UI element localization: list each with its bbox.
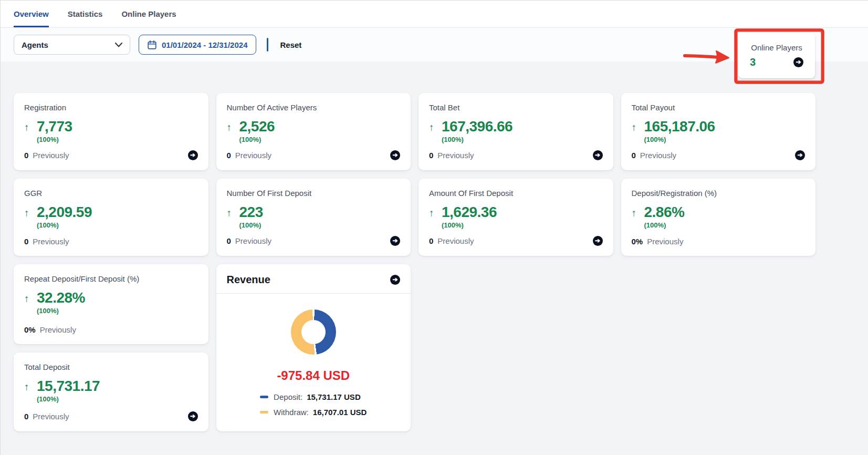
previous-label: Previously bbox=[33, 237, 69, 246]
card-title: Deposit/Registration (%) bbox=[632, 189, 806, 198]
card-value: 32.28% bbox=[37, 290, 85, 306]
up-arrow-icon: ↑ bbox=[632, 121, 644, 135]
up-arrow-icon: ↑ bbox=[429, 121, 442, 135]
previous-label: Previously bbox=[33, 151, 69, 160]
revenue-card: Revenue ➔ -975.84 USD Deposit: 15,731.17… bbox=[216, 264, 411, 431]
card-value: 223 bbox=[239, 204, 263, 220]
card-title: Amount Of First Deposit bbox=[429, 189, 603, 198]
legend-label: Deposit: bbox=[274, 392, 302, 401]
card-title: Number Of Active Players bbox=[227, 103, 401, 112]
tab-overview[interactable]: Overview bbox=[14, 1, 49, 27]
card-percent: (100%) bbox=[37, 136, 72, 143]
card-title: Repeat Deposit/First Deposit (%) bbox=[24, 274, 198, 283]
previous-value: 0 bbox=[429, 151, 433, 160]
revenue-legend: Deposit: 15,731.17 USD Withdraw: 16,707.… bbox=[260, 392, 367, 417]
card-percent: (100%) bbox=[644, 136, 715, 143]
up-arrow-icon: ↑ bbox=[429, 206, 442, 220]
card-title: Total Deposit bbox=[24, 363, 198, 371]
tab-bar: Overview Statistics Online Players bbox=[1, 1, 868, 28]
stat-card-total-bet: Total Bet ↑ 167,396.66 (100%) 0 Previous… bbox=[419, 93, 613, 170]
up-arrow-icon: ↑ bbox=[24, 380, 37, 394]
card-percent: (100%) bbox=[239, 221, 263, 229]
previous-label: Previously bbox=[235, 236, 271, 245]
stat-card-active-players: Number Of Active Players ↑ 2,526 (100%) … bbox=[216, 93, 411, 170]
stat-card-total-deposit: Total Deposit ↑ 15,731.17 (100%) 0 Previ… bbox=[14, 353, 208, 431]
previous-label: Previously bbox=[437, 151, 474, 160]
card-value: 7,773 bbox=[37, 119, 72, 135]
reset-button[interactable]: Reset bbox=[280, 40, 301, 49]
date-range-picker[interactable]: 01/01/2024 - 12/31/2024 bbox=[139, 35, 256, 55]
deposit-legend-marker bbox=[260, 396, 268, 398]
up-arrow-icon: ↑ bbox=[227, 206, 239, 220]
arrow-circle-icon[interactable]: ➔ bbox=[390, 275, 400, 285]
tab-online-players[interactable]: Online Players bbox=[121, 1, 176, 27]
stat-card-repeat-deposit: Repeat Deposit/First Deposit (%) ↑ 32.28… bbox=[14, 264, 208, 344]
previous-label: Previously bbox=[235, 151, 271, 160]
up-arrow-icon: ↑ bbox=[24, 121, 37, 135]
online-players-label: Online Players bbox=[748, 43, 806, 52]
card-percent: (100%) bbox=[37, 307, 85, 315]
stat-card-registration: Registration ↑ 7,773 (100%) 0 Previously… bbox=[14, 93, 208, 170]
previous-label: Previously bbox=[33, 412, 69, 421]
card-value: 1,629.36 bbox=[442, 204, 497, 220]
previous-label: Previously bbox=[647, 237, 683, 246]
up-arrow-icon: ↑ bbox=[632, 206, 644, 220]
stat-card-deposit-registration: Deposit/Registration (%) ↑ 2.86% (100%) … bbox=[621, 179, 816, 256]
legend-item-withdraw: Withdraw: 16,707.01 USD bbox=[260, 408, 367, 417]
arrow-circle-icon[interactable]: ➔ bbox=[793, 57, 803, 67]
legend-item-deposit: Deposit: 15,731.17 USD bbox=[260, 392, 367, 401]
arrow-circle-icon[interactable]: ➔ bbox=[593, 236, 603, 246]
previous-value: 0 bbox=[24, 151, 28, 160]
withdraw-legend-marker bbox=[260, 411, 268, 413]
dashboard-page: Overview Statistics Online Players Agent… bbox=[0, 0, 868, 455]
card-percent: (100%) bbox=[644, 221, 685, 229]
previous-value: 0 bbox=[632, 151, 636, 160]
arrow-circle-icon[interactable]: ➔ bbox=[593, 150, 603, 160]
agents-dropdown-label: Agents bbox=[22, 40, 48, 49]
legend-value: 16,707.01 USD bbox=[313, 408, 367, 417]
arrow-circle-icon[interactable]: ➔ bbox=[390, 150, 400, 160]
card-percent: (100%) bbox=[37, 221, 92, 229]
stat-card-total-payout: Total Payout ↑ 165,187.06 (100%) 0 Previ… bbox=[621, 93, 816, 170]
previous-value: 0 bbox=[227, 151, 231, 160]
previous-value: 0 bbox=[227, 236, 231, 245]
stat-card-first-deposit-count: Number Of First Deposit ↑ 223 (100%) 0 P… bbox=[216, 179, 411, 256]
card-title: Total Bet bbox=[429, 103, 603, 112]
revenue-donut-chart bbox=[291, 309, 336, 355]
arrow-circle-icon[interactable]: ➔ bbox=[795, 150, 805, 160]
stat-card-first-deposit-amount: Amount Of First Deposit ↑ 1,629.36 (100%… bbox=[419, 179, 613, 256]
previous-label: Previously bbox=[640, 151, 676, 160]
agents-dropdown[interactable]: Agents bbox=[14, 35, 130, 55]
online-players-value: 3 bbox=[750, 56, 756, 68]
card-percent: (100%) bbox=[239, 136, 275, 143]
previous-value: 0 bbox=[24, 412, 28, 421]
stat-card-ggr: GGR ↑ 2,209.59 (100%) 0 Previously bbox=[14, 179, 208, 256]
legend-label: Withdraw: bbox=[274, 408, 309, 417]
up-arrow-icon: ↑ bbox=[24, 206, 37, 220]
up-arrow-icon: ↑ bbox=[227, 121, 239, 135]
calendar-icon bbox=[148, 40, 156, 49]
previous-value: 0 bbox=[24, 237, 28, 246]
card-title: Total Payout bbox=[632, 103, 806, 112]
card-value: 2,209.59 bbox=[37, 204, 92, 220]
online-players-card: Online Players 3 ➔ bbox=[738, 33, 815, 78]
previous-label: Previously bbox=[40, 325, 76, 334]
card-value: 15,731.17 bbox=[37, 378, 100, 394]
previous-label: Previously bbox=[437, 236, 474, 245]
revenue-net-value: -975.84 USD bbox=[277, 368, 350, 383]
card-percent: (100%) bbox=[37, 395, 100, 403]
legend-value: 15,731.17 USD bbox=[307, 392, 361, 401]
tab-statistics[interactable]: Statistics bbox=[68, 1, 103, 27]
arrow-circle-icon[interactable]: ➔ bbox=[390, 236, 400, 246]
arrow-circle-icon[interactable]: ➔ bbox=[188, 411, 198, 421]
cards-area: Registration ↑ 7,773 (100%) 0 Previously… bbox=[1, 61, 868, 441]
previous-value: 0 bbox=[429, 236, 433, 245]
previous-value: 0% bbox=[24, 325, 36, 334]
filter-divider bbox=[267, 38, 268, 51]
previous-value: 0% bbox=[632, 237, 643, 246]
card-value: 2,526 bbox=[239, 119, 275, 135]
arrow-circle-icon[interactable]: ➔ bbox=[188, 150, 198, 160]
up-arrow-icon: ↑ bbox=[24, 292, 37, 306]
card-title: Number Of First Deposit bbox=[227, 189, 401, 198]
card-percent: (100%) bbox=[442, 136, 513, 143]
